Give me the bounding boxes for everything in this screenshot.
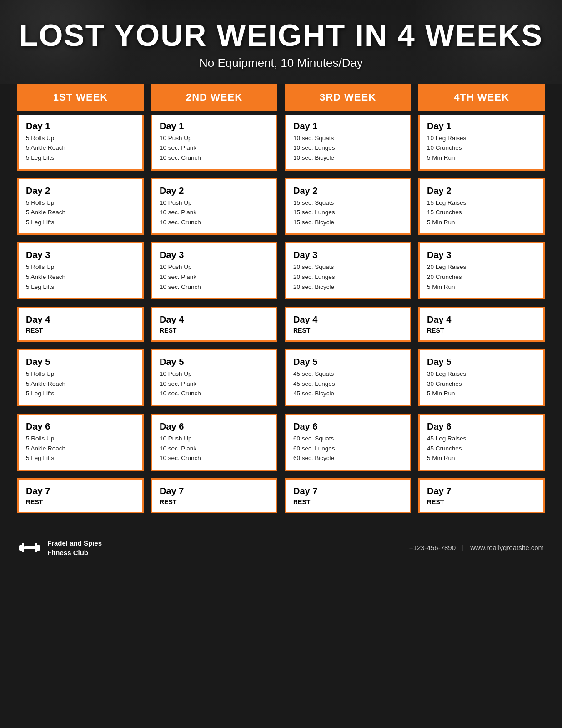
day-title-w2-d2: Day 2 (160, 186, 269, 196)
day-card-w3-d2: Day 215 sec. Squats15 sec. Lunges15 sec.… (285, 178, 411, 235)
day-card-w3-d6: Day 660 sec. Squats60 sec. Lunges60 sec.… (285, 414, 411, 471)
day-exercises-w3-d5: 45 sec. Squats45 sec. Lunges45 sec. Bicy… (293, 369, 402, 399)
day-exercises-w4-d6: 45 Leg Raises45 Crunches5 Min Run (427, 434, 536, 463)
day-title-w1-d3: Day 3 (26, 250, 135, 260)
day-title-w4-d7: Day 7 (427, 486, 536, 496)
week-column-3: 3RD WEEKDay 110 sec. Squats10 sec. Lunge… (285, 84, 411, 513)
day-exercises-w2-d2: 10 Push Up10 sec. Plank10 sec. Crunch (160, 198, 269, 228)
day-title-w1-d7: Day 7 (26, 486, 135, 496)
day-exercises-w3-d6: 60 sec. Squats60 sec. Lunges60 sec. Bicy… (293, 434, 402, 463)
day-title-w4-d4: Day 4 (427, 314, 536, 325)
day-card-w2-d6: Day 610 Push Up10 sec. Plank10 sec. Crun… (151, 414, 277, 471)
day-card-w3-d5: Day 545 sec. Squats45 sec. Lunges45 sec.… (285, 349, 411, 406)
day-exercises-w3-d3: 20 sec. Squats20 sec. Lunges20 sec. Bicy… (293, 262, 402, 292)
day-title-w1-d5: Day 5 (26, 357, 135, 367)
day-card-w2-d5: Day 510 Push Up10 sec. Plank10 sec. Crun… (151, 349, 277, 406)
day-card-w2-d3: Day 310 Push Up10 sec. Plank10 sec. Crun… (151, 242, 277, 299)
week-column-1: 1ST WEEKDay 15 Rolls Up5 Ankle Reach5 Le… (17, 84, 144, 513)
day-exercises-w2-d5: 10 Push Up10 sec. Plank10 sec. Crunch (160, 369, 269, 399)
day-card-w1-d4: Day 4REST (17, 307, 144, 342)
day-exercises-w2-d6: 10 Push Up10 sec. Plank10 sec. Crunch (160, 434, 269, 463)
day-exercises-w4-d1: 10 Leg Raises10 Crunches5 Min Run (427, 133, 536, 163)
footer-phone: +123-456-7890 (409, 544, 456, 551)
day-card-w3-d3: Day 320 sec. Squats20 sec. Lunges20 sec.… (285, 242, 411, 299)
day-title-w3-d2: Day 2 (293, 186, 402, 196)
day-title-w1-d6: Day 6 (26, 421, 135, 432)
day-card-w4-d5: Day 530 Leg Raises30 Crunches5 Min Run (418, 349, 545, 406)
week-header-4: 4TH WEEK (418, 84, 545, 111)
day-rest-w4-d4: REST (427, 327, 536, 334)
day-exercises-w1-d5: 5 Rolls Up5 Ankle Reach5 Leg Lifts (26, 369, 135, 399)
day-title-w4-d5: Day 5 (427, 357, 536, 367)
day-exercises-w1-d2: 5 Rolls Up5 Ankle Reach5 Leg Lifts (26, 198, 135, 228)
svg-rect-2 (24, 546, 35, 549)
footer-brand: Fradel and SpiesFitness Club (18, 538, 102, 557)
hero-section: LOST YOUR WEIGHT IN 4 WEEKS No Equipment… (0, 0, 562, 84)
footer: Fradel and SpiesFitness Club +123-456-78… (0, 530, 562, 566)
day-exercises-w1-d3: 5 Rolls Up5 Ankle Reach5 Leg Lifts (26, 262, 135, 292)
day-title-w4-d6: Day 6 (427, 421, 536, 432)
day-title-w3-d1: Day 1 (293, 121, 402, 131)
day-card-w2-d7: Day 7REST (151, 478, 277, 513)
main-title: LOST YOUR WEIGHT IN 4 WEEKS (9, 18, 553, 52)
day-exercises-w4-d3: 20 Leg Raises20 Crunches5 Min Run (427, 262, 536, 292)
day-title-w2-d1: Day 1 (160, 121, 269, 131)
svg-rect-1 (22, 543, 24, 552)
day-rest-w1-d7: REST (26, 498, 135, 506)
day-card-w2-d2: Day 210 Push Up10 sec. Plank10 sec. Crun… (151, 178, 277, 235)
day-title-w4-d1: Day 1 (427, 121, 536, 131)
week-header-2: 2ND WEEK (151, 84, 277, 111)
day-card-w4-d6: Day 645 Leg Raises45 Crunches5 Min Run (418, 414, 545, 471)
sub-title: No Equipment, 10 Minutes/Day (9, 56, 553, 70)
day-card-w2-d1: Day 110 Push Up10 sec. Plank10 sec. Crun… (151, 115, 277, 171)
footer-contact: +123-456-7890 | www.reallygreatsite.com (409, 544, 544, 551)
day-card-w3-d7: Day 7REST (285, 478, 411, 513)
week-column-2: 2ND WEEKDay 110 Push Up10 sec. Plank10 s… (151, 84, 277, 513)
svg-rect-4 (36, 545, 40, 551)
day-rest-w3-d7: REST (293, 498, 402, 506)
day-title-w2-d4: Day 4 (160, 314, 269, 325)
day-title-w3-d4: Day 4 (293, 314, 402, 325)
week-header-1: 1ST WEEK (17, 84, 144, 111)
day-card-w1-d1: Day 15 Rolls Up5 Ankle Reach5 Leg Lifts (17, 115, 144, 171)
day-rest-w2-d4: REST (160, 327, 269, 334)
day-exercises-w1-d6: 5 Rolls Up5 Ankle Reach5 Leg Lifts (26, 434, 135, 463)
day-card-w4-d2: Day 215 Leg Raises15 Crunches5 Min Run (418, 178, 545, 235)
day-title-w2-d7: Day 7 (160, 486, 269, 496)
day-exercises-w4-d2: 15 Leg Raises15 Crunches5 Min Run (427, 198, 536, 228)
week-column-4: 4TH WEEKDay 110 Leg Raises10 Crunches5 M… (418, 84, 545, 513)
day-title-w4-d2: Day 2 (427, 186, 536, 196)
day-card-w3-d4: Day 4REST (285, 307, 411, 342)
footer-brand-name: Fradel and SpiesFitness Club (47, 538, 102, 557)
day-rest-w4-d7: REST (427, 498, 536, 506)
day-card-w4-d1: Day 110 Leg Raises10 Crunches5 Min Run (418, 115, 545, 171)
day-card-w4-d7: Day 7REST (418, 478, 545, 513)
day-title-w1-d1: Day 1 (26, 121, 135, 131)
day-exercises-w4-d5: 30 Leg Raises30 Crunches5 Min Run (427, 369, 536, 399)
day-title-w3-d5: Day 5 (293, 357, 402, 367)
day-card-w4-d3: Day 320 Leg Raises20 Crunches5 Min Run (418, 242, 545, 299)
day-card-w1-d3: Day 35 Rolls Up5 Ankle Reach5 Leg Lifts (17, 242, 144, 299)
day-card-w1-d2: Day 25 Rolls Up5 Ankle Reach5 Leg Lifts (17, 178, 144, 235)
day-title-w2-d5: Day 5 (160, 357, 269, 367)
day-card-w1-d7: Day 7REST (17, 478, 144, 513)
schedule-grid: 1ST WEEKDay 15 Rolls Up5 Ankle Reach5 Le… (0, 84, 562, 522)
week-header-3: 3RD WEEK (285, 84, 411, 111)
day-title-w2-d3: Day 3 (160, 250, 269, 260)
day-title-w4-d3: Day 3 (427, 250, 536, 260)
footer-divider: | (462, 544, 466, 551)
day-exercises-w2-d1: 10 Push Up10 sec. Plank10 sec. Crunch (160, 133, 269, 163)
dumbbell-icon (18, 539, 41, 557)
day-exercises-w2-d3: 10 Push Up10 sec. Plank10 sec. Crunch (160, 262, 269, 292)
day-exercises-w1-d1: 5 Rolls Up5 Ankle Reach5 Leg Lifts (26, 133, 135, 163)
day-card-w1-d6: Day 65 Rolls Up5 Ankle Reach5 Leg Lifts (17, 414, 144, 471)
day-card-w1-d5: Day 55 Rolls Up5 Ankle Reach5 Leg Lifts (17, 349, 144, 406)
day-title-w3-d3: Day 3 (293, 250, 402, 260)
day-title-w2-d6: Day 6 (160, 421, 269, 432)
footer-website: www.reallygreatsite.com (470, 544, 544, 551)
day-rest-w3-d4: REST (293, 327, 402, 334)
day-title-w3-d6: Day 6 (293, 421, 402, 432)
day-title-w3-d7: Day 7 (293, 486, 402, 496)
day-card-w3-d1: Day 110 sec. Squats10 sec. Lunges10 sec.… (285, 115, 411, 171)
day-rest-w2-d7: REST (160, 498, 269, 506)
